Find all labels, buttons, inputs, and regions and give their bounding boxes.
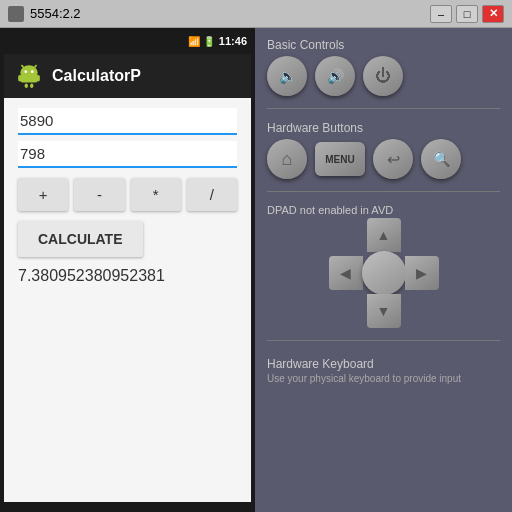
dpad-label: DPAD not enabled in AVD <box>267 204 500 216</box>
dpad-up-button[interactable]: ▲ <box>367 218 401 252</box>
status-icons: 📶 🔋 <box>188 36 215 47</box>
volume-down-button[interactable]: 🔈 <box>267 56 307 96</box>
svg-point-3 <box>31 70 34 73</box>
divider2 <box>267 191 500 192</box>
minimize-button[interactable]: – <box>430 5 452 23</box>
main-area: 📶 🔋 11:46 C <box>0 28 512 512</box>
second-number-input[interactable] <box>18 141 237 168</box>
left-arrow-icon: ◀ <box>340 265 351 281</box>
basic-controls-section: Basic Controls 🔈 🔊 ⏻ <box>267 38 500 96</box>
dpad-left-button[interactable]: ◀ <box>329 256 363 290</box>
control-panel: Basic Controls 🔈 🔊 ⏻ Hardware Buttons ⌂ <box>255 28 512 512</box>
maximize-button[interactable]: □ <box>456 5 478 23</box>
hardware-buttons-label: Hardware Buttons <box>267 121 500 135</box>
first-number-input[interactable] <box>18 108 237 135</box>
dpad-section: DPAD not enabled in AVD ▲ ◀ ▶ ▼ <box>267 204 500 328</box>
menu-label: MENU <box>325 154 354 165</box>
volume-down-icon: 🔈 <box>279 68 296 84</box>
window-title: 5554:2.2 <box>30 6 81 21</box>
svg-rect-6 <box>18 75 21 82</box>
svg-line-5 <box>34 65 36 67</box>
back-button[interactable]: ↩ <box>373 139 413 179</box>
app-toolbar: CalculatorP <box>4 54 251 98</box>
result-display: 7.380952380952381 <box>18 267 237 285</box>
hardware-buttons-section: Hardware Buttons ⌂ MENU ↩ 🔍 <box>267 121 500 179</box>
svg-rect-9 <box>30 84 33 88</box>
dpad-center-button[interactable] <box>362 251 406 295</box>
status-bar: 📶 🔋 11:46 <box>0 28 255 54</box>
power-icon: ⏻ <box>375 67 391 85</box>
keyboard-section: Hardware Keyboard Use your physical keyb… <box>267 357 500 384</box>
basic-controls-row: 🔈 🔊 ⏻ <box>267 56 500 96</box>
title-bar: 5554:2.2 – □ ✕ <box>0 0 512 28</box>
svg-rect-1 <box>20 74 37 83</box>
window-controls: – □ ✕ <box>430 5 504 23</box>
search-button[interactable]: 🔍 <box>421 139 461 179</box>
dpad-container: ▲ ◀ ▶ ▼ <box>329 218 439 328</box>
dpad-down-button[interactable]: ▼ <box>367 294 401 328</box>
hardware-buttons-row: ⌂ MENU ↩ 🔍 <box>267 139 500 179</box>
divider3 <box>267 340 500 341</box>
keyboard-label: Hardware Keyboard <box>267 357 500 371</box>
search-icon: 🔍 <box>433 151 450 167</box>
keyboard-sublabel: Use your physical keyboard to provide in… <box>267 373 500 384</box>
dpad-right-button[interactable]: ▶ <box>405 256 439 290</box>
svg-rect-7 <box>37 75 40 82</box>
close-button[interactable]: ✕ <box>482 5 504 23</box>
phone-panel: 📶 🔋 11:46 C <box>0 28 255 512</box>
title-bar-left: 5554:2.2 <box>8 6 81 22</box>
battery-icon: 🔋 <box>203 36 215 47</box>
signal-icon: 📶 <box>188 36 200 47</box>
multiply-button[interactable]: * <box>131 178 181 211</box>
menu-button[interactable]: MENU <box>315 142 365 176</box>
app-screen: CalculatorP + - * / CALCULATE 7.38095238… <box>4 54 251 502</box>
divider1 <box>267 108 500 109</box>
divide-button[interactable]: / <box>187 178 237 211</box>
status-time: 11:46 <box>219 35 247 47</box>
home-button[interactable]: ⌂ <box>267 139 307 179</box>
operators-row: + - * / <box>18 178 237 211</box>
svg-line-4 <box>21 65 23 67</box>
app-content: + - * / CALCULATE 7.380952380952381 <box>4 98 251 502</box>
svg-point-2 <box>24 70 27 73</box>
svg-rect-8 <box>25 84 28 88</box>
up-arrow-icon: ▲ <box>377 227 391 243</box>
power-button[interactable]: ⏻ <box>363 56 403 96</box>
back-icon: ↩ <box>387 150 400 169</box>
home-icon: ⌂ <box>282 149 293 170</box>
subtract-button[interactable]: - <box>74 178 124 211</box>
volume-up-button[interactable]: 🔊 <box>315 56 355 96</box>
basic-controls-label: Basic Controls <box>267 38 500 52</box>
down-arrow-icon: ▼ <box>377 303 391 319</box>
volume-up-icon: 🔊 <box>327 68 344 84</box>
app-title: CalculatorP <box>52 67 141 85</box>
add-button[interactable]: + <box>18 178 68 211</box>
window-icon <box>8 6 24 22</box>
android-icon <box>16 63 42 89</box>
calculate-button[interactable]: CALCULATE <box>18 221 143 257</box>
right-arrow-icon: ▶ <box>416 265 427 281</box>
